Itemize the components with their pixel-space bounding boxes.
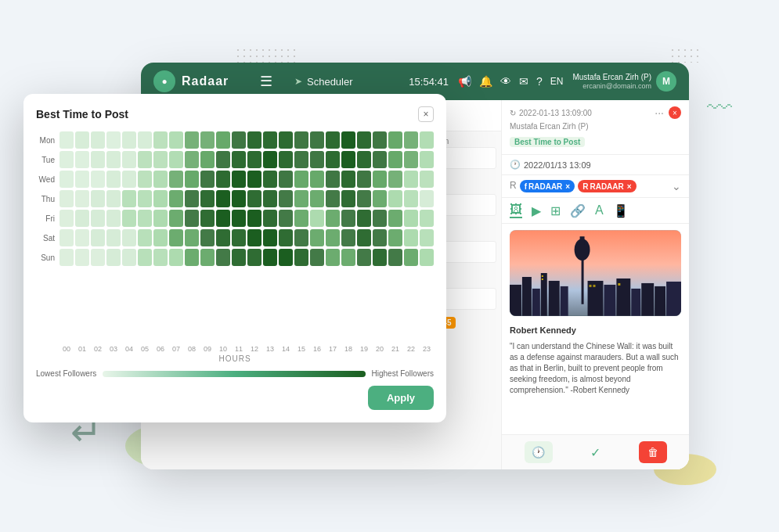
heat-cell-tue-2[interactable] [91,151,105,168]
heat-cell-sat-23[interactable] [420,229,434,246]
heat-cell-thu-1[interactable] [75,190,89,207]
heat-cell-thu-11[interactable] [232,190,246,207]
heat-cell-fri-10[interactable] [216,210,230,227]
heat-cell-wed-10[interactable] [216,171,230,188]
heat-cell-mon-22[interactable] [404,131,418,149]
heat-cell-fri-21[interactable] [388,210,402,227]
heat-cell-fri-3[interactable] [106,210,121,227]
heat-cell-tue-19[interactable] [357,151,371,168]
heat-cell-sat-10[interactable] [216,229,230,246]
heat-cell-thu-9[interactable] [200,190,215,207]
rp-tag-blue-remove[interactable]: × [565,182,570,191]
heat-cell-sat-22[interactable] [404,229,418,246]
rp-tag-red[interactable]: R RADAAR × [578,180,636,192]
heat-cell-mon-11[interactable] [232,131,246,149]
heat-cell-sun-23[interactable] [420,249,434,266]
rp-more-icon[interactable]: ··· [655,106,664,119]
language-selector[interactable]: EN [550,76,564,87]
heat-cell-sun-0[interactable] [60,249,74,266]
nav-scheduler-label[interactable]: Scheduler [307,76,353,88]
delete-button[interactable]: 🗑 [639,441,667,463]
heat-cell-mon-2[interactable] [91,131,105,149]
heat-cell-sun-3[interactable] [106,249,121,266]
megaphone-icon[interactable]: 📢 [458,75,471,88]
heat-cell-wed-21[interactable] [388,171,402,188]
heat-cell-thu-6[interactable] [153,190,168,207]
heat-cell-tue-13[interactable] [263,151,277,168]
mobile-tool-icon[interactable]: 📱 [613,203,629,218]
schedule-button[interactable]: 🕐 [525,441,553,463]
heat-cell-sun-11[interactable] [232,249,246,266]
heat-cell-tue-12[interactable] [247,151,261,168]
heat-cell-sat-14[interactable] [279,229,293,246]
heat-cell-thu-22[interactable] [404,190,418,207]
heat-cell-mon-16[interactable] [310,131,324,149]
rp-tag-blue[interactable]: f RADAAR × [520,180,575,192]
heat-cell-wed-16[interactable] [310,171,324,188]
heat-cell-sun-4[interactable] [122,249,136,266]
heat-cell-mon-21[interactable] [388,131,402,149]
heat-cell-wed-4[interactable] [122,171,136,188]
heat-cell-tue-15[interactable] [294,151,308,168]
heat-cell-sun-14[interactable] [279,249,293,266]
heat-cell-tue-11[interactable] [232,151,246,168]
heat-cell-wed-20[interactable] [373,171,387,188]
heat-cell-fri-19[interactable] [357,210,371,227]
video-tool-icon[interactable]: ▶ [532,203,541,218]
rp-expand-tags[interactable]: ⌄ [672,180,681,192]
modal-close-button[interactable]: × [418,106,434,122]
heat-cell-tue-5[interactable] [138,151,152,168]
link-tool-icon[interactable]: 🔗 [570,203,586,218]
heat-cell-tue-9[interactable] [200,151,215,168]
heat-cell-tue-0[interactable] [60,151,74,168]
heat-cell-wed-9[interactable] [200,171,215,188]
heat-cell-sat-4[interactable] [122,229,136,246]
heat-cell-sun-5[interactable] [138,249,152,266]
heat-cell-tue-14[interactable] [279,151,293,168]
heat-cell-wed-11[interactable] [232,171,246,188]
text-tool-icon[interactable]: A [595,203,604,217]
heat-cell-wed-5[interactable] [138,171,152,188]
heat-cell-sun-6[interactable] [153,249,168,266]
heat-cell-sun-21[interactable] [388,249,402,266]
heat-cell-thu-16[interactable] [310,190,324,207]
menu-icon[interactable]: ☰ [260,73,272,90]
heat-cell-thu-10[interactable] [216,190,230,207]
heat-cell-thu-4[interactable] [122,190,136,207]
heat-cell-sun-15[interactable] [294,249,308,266]
heat-cell-sun-9[interactable] [200,249,215,266]
heat-cell-sat-1[interactable] [75,229,89,246]
heat-cell-wed-1[interactable] [75,171,89,188]
heat-cell-thu-18[interactable] [341,190,355,207]
heat-cell-sat-3[interactable] [106,229,121,246]
heat-cell-tue-8[interactable] [185,151,199,168]
heat-cell-fri-20[interactable] [373,210,387,227]
heat-cell-wed-13[interactable] [263,171,277,188]
heat-cell-wed-12[interactable] [247,171,261,188]
heat-cell-thu-19[interactable] [357,190,371,207]
heat-cell-tue-1[interactable] [75,151,89,168]
heat-cell-wed-7[interactable] [169,171,183,188]
heat-cell-tue-10[interactable] [216,151,230,168]
heat-cell-thu-17[interactable] [326,190,340,207]
heat-cell-wed-17[interactable] [326,171,340,188]
heat-cell-thu-15[interactable] [294,190,308,207]
heat-cell-mon-18[interactable] [341,131,355,149]
heat-cell-sat-5[interactable] [138,229,152,246]
heat-cell-sun-20[interactable] [373,249,387,266]
heat-cell-tue-6[interactable] [153,151,168,168]
heat-cell-sun-2[interactable] [91,249,105,266]
heat-cell-sun-17[interactable] [326,249,340,266]
heat-cell-sun-13[interactable] [263,249,277,266]
heat-cell-sat-7[interactable] [169,229,183,246]
heat-cell-wed-18[interactable] [341,171,355,188]
heat-cell-sun-22[interactable] [404,249,418,266]
heat-cell-mon-7[interactable] [169,131,183,149]
heat-cell-thu-2[interactable] [91,190,105,207]
heat-cell-wed-8[interactable] [185,171,199,188]
heat-cell-sat-11[interactable] [232,229,246,246]
heat-cell-mon-0[interactable] [60,131,74,149]
heat-cell-thu-14[interactable] [279,190,293,207]
heat-cell-sat-15[interactable] [294,229,308,246]
heat-cell-mon-8[interactable] [185,131,199,149]
